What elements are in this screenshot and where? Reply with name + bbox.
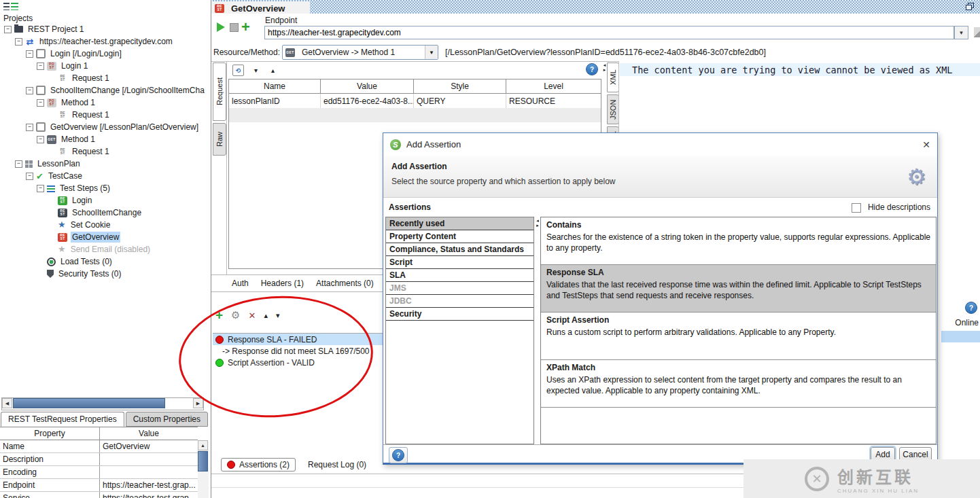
table-row[interactable]: lessonPlanID edd51176-ece2-4a03-8... QUE…: [229, 94, 601, 108]
hide-descriptions-checkbox[interactable]: [852, 203, 861, 213]
expander-icon[interactable]: [26, 124, 33, 131]
online-selection-bar[interactable]: [941, 331, 980, 342]
tab-json[interactable]: JSON: [607, 94, 619, 124]
assertion-option-response-sla[interactable]: Response SLA Validates that the last rec…: [541, 265, 936, 313]
help-button[interactable]: [389, 447, 408, 463]
tree-item-service-endpoint[interactable]: https://teacher-test.grapecitydev.com: [0, 35, 209, 48]
shield-icon: [47, 270, 54, 278]
rest-step-icon: [58, 196, 67, 205]
failed-status-icon: [227, 461, 235, 469]
tab-xml[interactable]: XML: [607, 63, 619, 92]
filter-icon[interactable]: [974, 27, 980, 37]
dialog-titlebar[interactable]: Add Assertion: [383, 133, 937, 156]
add-assertion-icon[interactable]: [215, 310, 223, 320]
expander-icon[interactable]: [4, 26, 12, 33]
table-row[interactable]: Encoding: [0, 466, 198, 479]
expander-icon[interactable]: [37, 136, 44, 143]
move-down-icon[interactable]: [254, 67, 258, 74]
tab-custom-properties[interactable]: Custom Properties: [126, 412, 208, 427]
tree-item-schoolitemchange-request[interactable]: Request 1: [0, 109, 209, 121]
tree-item-getoverview-resource[interactable]: GetOverview [/LessonPlan/GetOverview]: [0, 121, 209, 133]
tree-item-getoverview-method[interactable]: Method 1: [0, 133, 209, 145]
resource-method-select[interactable]: GetOverview -> Method 1: [282, 45, 438, 60]
category-property-content[interactable]: Property Content: [386, 230, 533, 243]
category-compliance[interactable]: Compliance, Status and Standards: [386, 243, 533, 256]
table-row[interactable]: NameGetOverview: [0, 440, 198, 453]
assertion-option-xpath-match[interactable]: XPath Match Uses an XPath expression to …: [541, 360, 936, 408]
move-up-icon[interactable]: [264, 311, 268, 320]
assertion-option-script-assertion[interactable]: Script Assertion Runs a custom script to…: [541, 313, 936, 360]
stop-icon[interactable]: [230, 23, 239, 32]
gear-icon[interactable]: [231, 309, 240, 321]
tab-request[interactable]: Request: [213, 63, 226, 121]
tree-item-getoverview-request[interactable]: Request 1: [0, 145, 209, 158]
expander-icon[interactable]: [37, 185, 44, 192]
expander-icon[interactable]: [37, 99, 44, 107]
tree-item-schoolitemchange-resource[interactable]: SchoolItemChange [/Login/SchoolItemCha: [0, 84, 209, 96]
assertion-option-contains[interactable]: Contains Searches for the existence of a…: [541, 217, 936, 265]
close-icon[interactable]: [922, 139, 930, 150]
category-security[interactable]: Security: [386, 308, 533, 321]
window-titlebar[interactable]: GetOverview: [211, 0, 980, 14]
tree-item-schoolitemchange-method[interactable]: Method 1: [0, 96, 209, 109]
run-icon[interactable]: [217, 22, 225, 32]
expander-icon[interactable]: [26, 87, 33, 94]
expander-icon[interactable]: [37, 63, 44, 70]
properties-table-header: Property Value: [0, 427, 198, 440]
tree-item-step-send-email[interactable]: Send Email (disabled): [0, 243, 209, 255]
expander-icon[interactable]: [26, 173, 33, 180]
table-row[interactable]: Servicehttps://teacher-test.grap...: [0, 492, 198, 498]
properties-vertical-scrollbar[interactable]: ▲: [198, 440, 209, 498]
rest-request-icon: [58, 111, 67, 120]
endpoint-dropdown-icon[interactable]: [954, 26, 968, 39]
tree-item-step-schoolitemchange[interactable]: SchoolItemChange: [0, 207, 209, 219]
expander-icon[interactable]: [15, 160, 22, 168]
tree-item-rest-project[interactable]: REST Project 1: [0, 23, 209, 35]
tab-headers[interactable]: Headers (1): [261, 279, 304, 288]
tab-auth[interactable]: Auth: [232, 279, 249, 288]
tree-item-step-getoverview[interactable]: GetOverview: [0, 231, 209, 243]
tree-item-step-login[interactable]: Login: [0, 194, 209, 207]
endpoint-input[interactable]: [264, 26, 954, 39]
help-icon[interactable]: [965, 302, 977, 314]
scrollbar-thumb[interactable]: [198, 451, 208, 472]
tree-item-security-tests[interactable]: Security Tests (0): [0, 268, 209, 280]
category-recently-used[interactable]: Recently used: [386, 217, 533, 230]
add-icon[interactable]: [241, 18, 250, 36]
delete-assertion-icon[interactable]: [249, 310, 256, 321]
scroll-up-icon[interactable]: ▲: [198, 440, 208, 450]
scrollbar-thumb[interactable]: [13, 398, 165, 408]
tree-item-login-request[interactable]: Request 1: [0, 72, 209, 84]
move-down-icon[interactable]: [276, 311, 280, 320]
dropdown-arrow-icon[interactable]: [425, 46, 438, 59]
move-up-icon[interactable]: [271, 67, 275, 74]
tree-horizontal-scrollbar[interactable]: ◀ ▶: [1, 397, 204, 410]
table-row[interactable]: Description: [0, 453, 198, 466]
scroll-left-icon[interactable]: ◀: [2, 398, 12, 408]
tree-item-step-set-cookie[interactable]: Set Cookie: [0, 219, 209, 231]
category-script[interactable]: Script: [386, 256, 533, 269]
tab-request-log[interactable]: Request Log (0): [302, 459, 372, 471]
star-icon: [58, 245, 66, 253]
table-row[interactable]: Endpointhttps://teacher-test.grap...: [0, 479, 198, 492]
rest-request-icon: [58, 74, 67, 83]
dialog-splitter[interactable]: [535, 218, 540, 228]
restore-window-icon[interactable]: [966, 3, 973, 10]
tree-item-testcase[interactable]: TestCase: [0, 170, 209, 182]
tab-raw[interactable]: Raw: [213, 123, 226, 156]
tab-attachments[interactable]: Attachments (0): [316, 279, 374, 288]
tree-item-lessonplan-suite[interactable]: LessonPlan: [0, 158, 209, 170]
scroll-right-icon[interactable]: ▶: [193, 398, 203, 408]
help-icon[interactable]: [586, 63, 598, 75]
tree-item-login-method[interactable]: Login 1: [0, 60, 209, 72]
menu-icon[interactable]: [3, 2, 18, 10]
expander-icon[interactable]: [26, 50, 33, 58]
expander-icon[interactable]: [15, 38, 22, 46]
tree-item-test-steps[interactable]: Test Steps (5): [0, 182, 209, 194]
tree-item-load-tests[interactable]: Load Tests (0): [0, 255, 209, 268]
category-sla[interactable]: SLA: [386, 269, 533, 282]
tab-rest-testrequest-properties[interactable]: REST TestRequest Properties: [1, 412, 124, 427]
tree-item-login-resource[interactable]: Login [/Login/Login]: [0, 48, 209, 60]
revert-params-icon[interactable]: [232, 65, 244, 76]
tab-assertions[interactable]: Assertions (2): [221, 458, 296, 472]
